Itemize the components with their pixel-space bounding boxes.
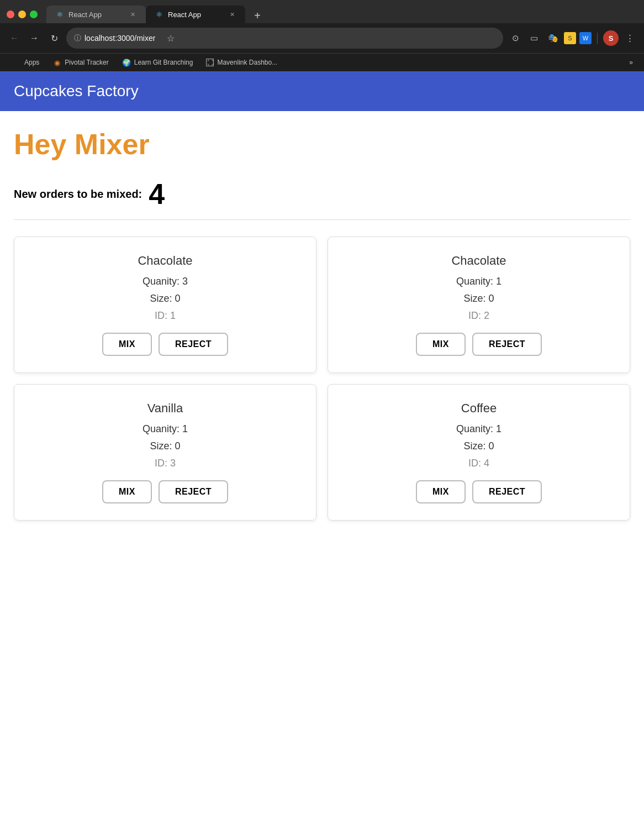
toolbar-icon-slides[interactable]: S (564, 32, 576, 44)
back-button[interactable]: ← (7, 30, 22, 46)
orders-grid: Chacolate Quanity: 3 Size: 0 ID: 1 MIX R… (14, 237, 630, 521)
reject-button-4[interactable]: REJECT (472, 480, 542, 503)
order-quantity-1: Quanity: 3 (142, 276, 188, 287)
title-bar: ⚛ React App ✕ ⚛ React App ✕ + (0, 0, 644, 23)
bookmarks-bar: Apps ◉ Pivotal Tracker 🌍 Learn Git Branc… (0, 53, 644, 71)
toolbar-icon-3[interactable]: 🎭 (545, 30, 561, 46)
order-actions-4: MIX REJECT (416, 480, 542, 503)
main-content: Hey Mixer New orders to be mixed: 4 Chac… (0, 111, 644, 537)
tab2-favicon: ⚛ (155, 10, 163, 19)
tab1-title: React App (68, 11, 124, 19)
order-flavor-1: Chacolate (138, 254, 192, 268)
minimize-button[interactable] (18, 11, 26, 18)
toolbar-icons: ⊙ ▭ 🎭 S W S ⋮ (508, 30, 637, 46)
apps-grid-icon (12, 58, 21, 67)
url-display: localhost:3000/mixer (85, 34, 155, 43)
order-quantity-2: Quanity: 1 (456, 276, 502, 287)
mix-button-1[interactable]: MIX (102, 333, 152, 356)
order-flavor-3: Vanilla (147, 401, 183, 416)
toolbar-divider (597, 33, 598, 44)
order-size-2: Size: 0 (463, 293, 494, 305)
bookmark-pivotal-label: Pivotal Tracker (65, 59, 108, 66)
security-icon: ⓘ (74, 33, 81, 43)
order-size-3: Size: 0 (150, 440, 180, 452)
reject-button-2[interactable]: REJECT (472, 333, 542, 356)
order-id-3: ID: 3 (155, 458, 176, 469)
bookmark-mavenlink[interactable]: ⛶ Mavenlink Dashbo... (200, 56, 283, 69)
mix-button-2[interactable]: MIX (416, 333, 466, 356)
tabs-container: ⚛ React App ✕ ⚛ React App ✕ + (46, 6, 637, 23)
order-actions-1: MIX REJECT (102, 333, 228, 356)
page-content: Cupcakes Factory Hey Mixer New orders to… (0, 71, 644, 537)
site-title: Cupcakes Factory (14, 82, 630, 100)
toolbar-icon-2[interactable]: ▭ (526, 30, 542, 46)
window-controls (7, 11, 38, 18)
bookmark-star-icon[interactable]: ☆ (163, 30, 178, 46)
order-size-1: Size: 0 (150, 293, 180, 305)
toolbar-icon-w[interactable]: W (579, 32, 592, 44)
bookmark-apps-label: Apps (24, 59, 39, 66)
maximize-button[interactable] (30, 11, 38, 18)
order-card-1: Chacolate Quanity: 3 Size: 0 ID: 1 MIX R… (14, 237, 316, 373)
tab2-title: React App (168, 11, 223, 19)
address-bar-row: ← → ↻ ⓘ localhost:3000/mixer ☆ ⊙ ▭ 🎭 S W… (0, 23, 644, 53)
browser-tab-1[interactable]: ⚛ React App ✕ (46, 6, 146, 23)
new-tab-button[interactable]: + (250, 8, 265, 23)
order-card-2: Chacolate Quanity: 1 Size: 0 ID: 2 MIX R… (328, 237, 630, 373)
user-avatar[interactable]: S (603, 30, 619, 46)
bookmark-mavenlink-label: Mavenlink Dashbo... (217, 59, 277, 66)
bookmark-git[interactable]: 🌍 Learn Git Branching (117, 56, 199, 69)
forward-button[interactable]: → (27, 30, 42, 46)
order-flavor-2: Chacolate (451, 254, 506, 268)
order-quantity-4: Quanity: 1 (456, 423, 502, 435)
mavenlink-icon: ⛶ (206, 59, 214, 66)
toolbar-icon-1[interactable]: ⊙ (508, 30, 523, 46)
close-button[interactable] (7, 11, 14, 18)
address-bar[interactable]: ⓘ localhost:3000/mixer ☆ (66, 28, 503, 49)
order-id-1: ID: 1 (155, 310, 176, 322)
order-id-2: ID: 2 (468, 310, 489, 322)
more-bookmarks-button[interactable]: » (625, 56, 637, 69)
orders-count: 4 (149, 177, 165, 211)
order-card-4: Coffee Quanity: 1 Size: 0 ID: 4 MIX REJE… (328, 384, 630, 521)
order-id-4: ID: 4 (468, 458, 489, 469)
mix-button-4[interactable]: MIX (416, 480, 466, 503)
bookmark-git-label: Learn Git Branching (134, 59, 193, 66)
tab1-favicon: ⚛ (55, 10, 64, 19)
reject-button-1[interactable]: REJECT (159, 333, 228, 356)
tab1-close[interactable]: ✕ (128, 10, 137, 19)
site-header: Cupcakes Factory (0, 71, 644, 111)
mix-button-3[interactable]: MIX (102, 480, 152, 503)
order-size-4: Size: 0 (463, 440, 494, 452)
orders-summary: New orders to be mixed: 4 (14, 177, 630, 220)
pivotal-icon: ◉ (52, 58, 61, 67)
orders-label: New orders to be mixed: (14, 188, 142, 201)
page-heading: Hey Mixer (14, 128, 630, 161)
bookmark-pivotal[interactable]: ◉ Pivotal Tracker (47, 56, 114, 69)
git-icon: 🌍 (122, 58, 131, 67)
browser-menu-button[interactable]: ⋮ (622, 30, 637, 46)
order-flavor-4: Coffee (461, 401, 497, 416)
browser-chrome: ⚛ React App ✕ ⚛ React App ✕ + ← → ↻ ⓘ lo… (0, 0, 644, 71)
bookmark-apps[interactable]: Apps (7, 56, 45, 69)
order-actions-3: MIX REJECT (102, 480, 228, 503)
browser-tab-2[interactable]: ⚛ React App ✕ (146, 6, 245, 23)
order-quantity-3: Quanity: 1 (142, 423, 188, 435)
reload-button[interactable]: ↻ (46, 30, 62, 46)
tab2-close[interactable]: ✕ (228, 10, 236, 19)
reject-button-3[interactable]: REJECT (159, 480, 228, 503)
order-card-3: Vanilla Quanity: 1 Size: 0 ID: 3 MIX REJ… (14, 384, 316, 521)
order-actions-2: MIX REJECT (416, 333, 542, 356)
